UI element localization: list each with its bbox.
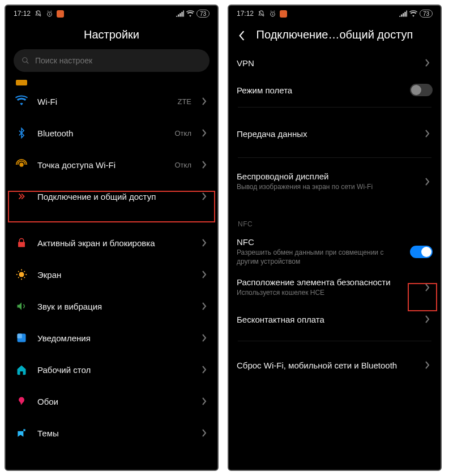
search-input[interactable]: [35, 56, 202, 65]
svg-rect-5: [18, 334, 22, 338]
chevron-right-icon: [425, 178, 433, 186]
row-hotspot[interactable]: Точка доступа Wi-Fi Откл: [6, 149, 217, 181]
settings-list: Wi-Fi ZTE Bluetooth Откл Точка доступа W…: [6, 75, 217, 453]
row-connection-sharing[interactable]: Подключение и общий доступ: [6, 181, 217, 212]
signal-icon: [176, 10, 184, 18]
sound-icon: [14, 298, 29, 314]
wallpaper-icon: [14, 393, 29, 409]
section-header-nfc: NFC: [229, 198, 441, 231]
row-nfc[interactable]: NFC Разрешить обмен данными при совмещен…: [229, 231, 441, 272]
row-wifi[interactable]: Wi-Fi ZTE: [6, 85, 217, 117]
chevron-right-icon: [202, 334, 210, 342]
alarm-icon: [268, 10, 276, 18]
signal-icon: [399, 10, 407, 18]
chevron-right-icon: [202, 366, 210, 374]
row-desktop[interactable]: Рабочий стол: [6, 354, 217, 385]
row-wireless-display[interactable]: Беспроводной дисплей Вывод изображения н…: [229, 166, 441, 198]
row-secure-element[interactable]: Расположение элемента безопасности Испол…: [229, 272, 441, 303]
row-display[interactable]: Экран: [6, 259, 217, 290]
chevron-right-icon: [425, 130, 433, 138]
row-contactless-payment[interactable]: Бесконтактная оплата: [229, 303, 441, 335]
connection-list: VPN Режим полета Передача данных Беспров…: [229, 49, 441, 385]
search-icon: [22, 57, 29, 65]
row-wallpaper[interactable]: Обои: [6, 385, 217, 417]
wifi-status-icon: [409, 10, 417, 18]
status-bar: 17:12 73: [229, 6, 441, 22]
row-notifications[interactable]: Уведомления: [6, 322, 217, 354]
share-icon: [14, 188, 29, 204]
app-badge-icon: [57, 10, 64, 18]
dnd-icon: [34, 10, 42, 18]
chevron-right-icon: [202, 97, 210, 105]
svg-point-2: [20, 163, 23, 166]
alarm-icon: [45, 10, 53, 18]
divider: [238, 107, 431, 108]
search-box[interactable]: [14, 49, 210, 72]
row-airplane[interactable]: Режим полета: [229, 76, 441, 104]
nfc-toggle[interactable]: [410, 246, 433, 258]
wifi-icon: [14, 93, 29, 109]
divider: [238, 157, 431, 158]
svg-point-1: [23, 58, 27, 62]
chevron-right-icon: [202, 161, 210, 169]
status-time: 17:12: [237, 10, 254, 18]
chevron-right-icon: [202, 271, 210, 278]
chevron-right-icon: [202, 302, 210, 310]
row-vpn[interactable]: VPN: [229, 49, 441, 76]
row-themes[interactable]: Темы: [6, 417, 217, 449]
page-title: Подключение…общий доступ: [229, 22, 441, 49]
chevron-right-icon: [425, 315, 433, 323]
row-bluetooth[interactable]: Bluetooth Откл: [6, 117, 217, 149]
bluetooth-icon: [14, 125, 29, 141]
phone-left-settings: 17:12 73 Настройки: [5, 5, 219, 471]
wifi-status-icon: [186, 10, 194, 18]
divider: [238, 341, 431, 341]
app-badge-icon: [280, 10, 287, 18]
dnd-icon: [257, 10, 265, 18]
lock-icon: [14, 235, 29, 251]
chevron-right-icon: [202, 129, 210, 137]
chevron-right-icon: [425, 59, 433, 67]
back-button[interactable]: [236, 29, 248, 42]
row-sound[interactable]: Звук и вибрация: [6, 290, 217, 322]
chevron-right-icon: [202, 397, 210, 405]
chevron-right-icon: [425, 284, 433, 291]
wifi-value: ZTE: [177, 97, 191, 106]
battery-indicator: 73: [420, 10, 433, 18]
battery-indicator: 73: [196, 10, 210, 18]
notifications-icon: [14, 330, 29, 346]
airplane-toggle[interactable]: [410, 84, 433, 96]
phone-right-connection: 17:12 73 Подключение…общий доступ: [228, 5, 442, 471]
hotspot-icon: [14, 157, 29, 173]
row-sim-truncated[interactable]: [6, 75, 217, 85]
status-bar: 17:12 73: [6, 6, 217, 22]
chevron-right-icon: [202, 192, 210, 200]
page-title: Настройки: [6, 22, 217, 49]
svg-point-3: [19, 272, 24, 277]
row-lockscreen[interactable]: Активный экран и блокировка: [6, 227, 217, 259]
chevron-right-icon: [202, 239, 210, 247]
row-reset-network[interactable]: Сброс Wi-Fi, мобильной сети и Bluetooth: [229, 349, 441, 381]
themes-icon: [14, 425, 29, 441]
home-icon: [14, 362, 29, 378]
row-data-transfer[interactable]: Передача данных: [229, 118, 441, 149]
brightness-icon: [14, 267, 29, 282]
chevron-right-icon: [202, 429, 210, 437]
status-time: 17:12: [14, 10, 31, 18]
chevron-right-icon: [425, 361, 433, 369]
sim-icon: [16, 80, 27, 85]
